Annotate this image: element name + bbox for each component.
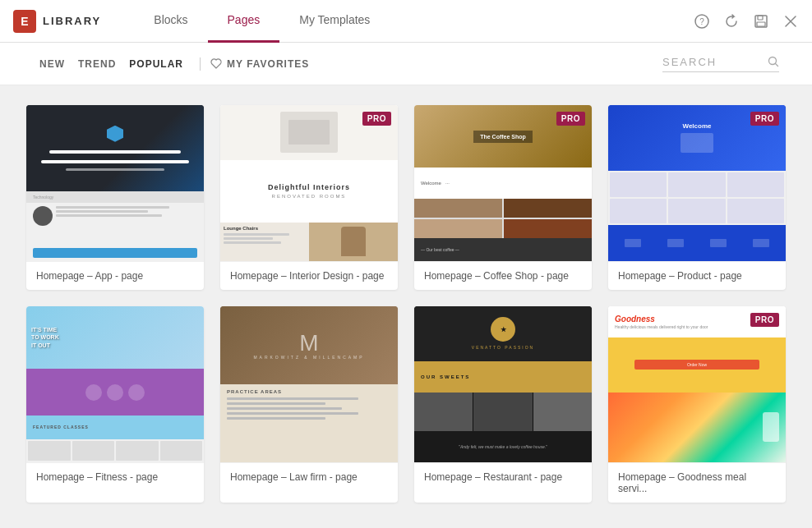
coffee-preview: The Coffee Shop Welcome ··· — Our best c… (414, 105, 592, 261)
pro-badge-product: PRO (750, 112, 779, 126)
tab-my-templates[interactable]: My Templates (279, 0, 390, 43)
card-goodness[interactable]: Goodness Healthy delicious meals deliver… (608, 306, 786, 503)
help-icon[interactable]: ? (694, 13, 710, 30)
pro-badge-interior: PRO (362, 112, 391, 126)
card-fitness-label: Homepage – Fitness - page (26, 462, 204, 491)
close-icon[interactable] (782, 13, 799, 30)
card-product[interactable]: Welcome (608, 105, 786, 290)
filter-bar: NEW TREND POPULAR MY FAVORITES (0, 43, 812, 85)
card-goodness-label: Homepage – Goodness meal servi... (608, 462, 786, 503)
search-input[interactable] (662, 56, 761, 68)
card-fitness-image: IT'S TIMETO WORKIT OUT FEATURED CLASSES (26, 306, 204, 462)
logo-area: E LIBRARY (13, 10, 101, 33)
content-area: Technology (0, 85, 812, 528)
header-actions: ? (694, 13, 799, 30)
card-interior-label: Homepage – Interior Design - page (220, 261, 398, 290)
tab-blocks[interactable]: Blocks (134, 0, 207, 43)
svg-rect-4 (757, 22, 765, 26)
card-fitness[interactable]: IT'S TIMETO WORKIT OUT FEATURED CLASSES (26, 306, 204, 503)
card-coffee-image: The Coffee Shop Welcome ··· — Our best c… (414, 105, 592, 261)
search-area (662, 56, 779, 72)
card-interior[interactable]: Delightful Interiors RENOVATED ROOMS Lou… (220, 105, 398, 290)
favorites-label: MY FAVORITES (227, 58, 309, 70)
pro-badge-goodness: PRO (750, 313, 779, 327)
template-grid: Technology (26, 105, 786, 503)
favorites-button[interactable]: MY FAVORITES (210, 58, 309, 70)
card-law-image: M MARKOWITZ & MILLENCAMP PRACTICE AREAS (220, 306, 398, 462)
search-icon (768, 56, 779, 67)
card-product-label: Homepage – Product - page (608, 261, 786, 290)
law-preview: M MARKOWITZ & MILLENCAMP PRACTICE AREAS (220, 306, 398, 462)
product-preview: Welcome (608, 105, 786, 261)
card-app-image: Technology (26, 105, 204, 261)
card-coffee-label: Homepage – Coffee Shop - page (414, 261, 592, 290)
library-window: E LIBRARY Blocks Pages My Templates ? (0, 0, 812, 528)
header-tabs: Blocks Pages My Templates (134, 0, 694, 43)
tab-pages[interactable]: Pages (208, 0, 280, 43)
save-icon[interactable] (753, 13, 769, 30)
restaurant-preview: ★ VENATTO PASSION OUR SWEETS "Andy felt,… (414, 306, 592, 462)
refresh-icon[interactable] (723, 13, 740, 30)
card-goodness-image: Goodness Healthy delicious meals deliver… (608, 306, 786, 462)
card-app[interactable]: Technology (26, 105, 204, 290)
card-coffee[interactable]: The Coffee Shop Welcome ··· — Our best c… (414, 105, 592, 290)
filter-new[interactable]: NEW (33, 58, 72, 70)
card-restaurant-label: Homepage – Restaurant - page (414, 462, 592, 491)
library-title: LIBRARY (43, 15, 101, 27)
interior-preview: Delightful Interiors RENOVATED ROOMS Lou… (220, 105, 398, 261)
goodness-preview: Goodness Healthy delicious meals deliver… (608, 306, 786, 462)
card-law[interactable]: M MARKOWITZ & MILLENCAMP PRACTICE AREAS (220, 306, 398, 503)
card-law-label: Homepage – Law firm - page (220, 462, 398, 491)
card-app-label: Homepage – App - page (26, 261, 204, 290)
header: E LIBRARY Blocks Pages My Templates ? (0, 0, 812, 43)
card-restaurant[interactable]: ★ VENATTO PASSION OUR SWEETS "Andy felt,… (414, 306, 592, 503)
card-interior-image: Delightful Interiors RENOVATED ROOMS Lou… (220, 105, 398, 261)
filter-divider (200, 57, 201, 71)
svg-text:?: ? (699, 17, 704, 26)
filter-popular[interactable]: POPULAR (122, 58, 190, 70)
app-preview: Technology (26, 105, 204, 261)
elementor-logo-icon: E (13, 10, 36, 33)
card-product-image: Welcome (608, 105, 786, 261)
card-restaurant-image: ★ VENATTO PASSION OUR SWEETS "Andy felt,… (414, 306, 592, 462)
pro-badge-coffee: PRO (556, 112, 585, 126)
filter-trend[interactable]: TREND (72, 58, 122, 70)
fitness-preview: IT'S TIMETO WORKIT OUT FEATURED CLASSES (26, 306, 204, 462)
